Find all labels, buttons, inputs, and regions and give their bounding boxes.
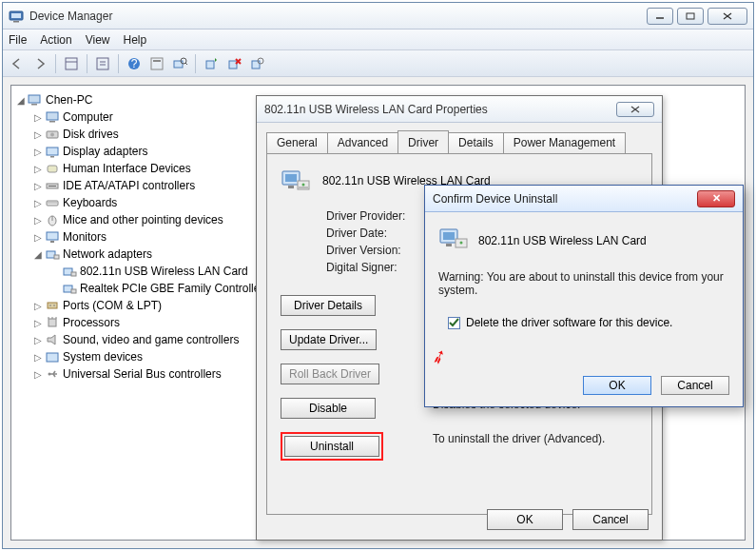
uninstall-button[interactable]: Uninstall (284, 436, 379, 457)
forward-button[interactable] (29, 53, 50, 74)
device-category-icon (45, 212, 60, 227)
collapse-icon[interactable]: ◢ (32, 249, 44, 260)
svg-rect-15 (153, 60, 161, 62)
svg-rect-40 (47, 232, 58, 240)
confirm-cancel-button[interactable]: Cancel (661, 376, 729, 395)
expand-icon[interactable]: ▷ (32, 352, 44, 363)
svg-rect-25 (29, 95, 40, 103)
label-driver-version: Driver Version: (326, 244, 431, 257)
device-category-icon (45, 127, 60, 142)
delete-driver-label: Delete the driver software for this devi… (466, 316, 672, 329)
menu-help[interactable]: Help (124, 33, 147, 47)
label-driver-provider: Driver Provider: (326, 209, 431, 223)
device-category-icon (45, 332, 60, 347)
update-driver-button[interactable] (201, 53, 222, 74)
tab-details[interactable]: Details (448, 132, 504, 153)
device-category-icon (45, 298, 60, 313)
expand-icon[interactable]: ▷ (32, 198, 44, 208)
menu-view[interactable]: View (86, 33, 110, 47)
toolbar-separator (55, 54, 56, 73)
svg-rect-26 (31, 104, 37, 106)
menu-action[interactable]: Action (40, 33, 71, 47)
maximize-button[interactable] (677, 8, 704, 25)
menu-file[interactable]: File (9, 33, 27, 47)
device-category-icon (45, 315, 60, 330)
tree-item-label: Processors (63, 316, 120, 329)
expand-icon[interactable]: ▷ (32, 335, 44, 345)
tab-power-management[interactable]: Power Management (503, 132, 626, 153)
tree-item-label: Ports (COM & LPT) (63, 299, 162, 312)
svg-rect-70 (446, 244, 452, 246)
svg-rect-32 (50, 156, 54, 158)
tree-item-label: Keyboards (63, 196, 117, 209)
svg-rect-31 (47, 148, 58, 155)
roll-back-driver-button[interactable]: Roll Back Driver (281, 364, 379, 384)
expand-icon[interactable]: ▷ (32, 369, 44, 380)
expand-icon[interactable]: ▷ (32, 181, 44, 191)
window-title: Device Manager (29, 10, 647, 23)
minimize-button[interactable] (647, 8, 673, 25)
tree-item-label: Sound, video and game controllers (63, 333, 239, 346)
expand-icon[interactable]: ▷ (32, 232, 44, 243)
titlebar: Device Manager (3, 3, 753, 30)
tab-driver[interactable]: Driver (397, 130, 449, 153)
toolbar-button[interactable] (146, 53, 167, 74)
device-manager-icon (9, 9, 24, 24)
expand-icon[interactable]: ▷ (32, 147, 44, 157)
show-hide-tree-button[interactable] (61, 53, 82, 74)
toolbar: ? (3, 50, 753, 77)
back-button[interactable] (7, 53, 28, 74)
svg-point-72 (460, 242, 463, 245)
close-button[interactable] (708, 8, 747, 25)
svg-rect-1 (11, 13, 21, 18)
properties-close-button[interactable] (616, 102, 654, 117)
confirm-warning: Warning: You are about to uninstall this… (438, 270, 729, 297)
help-button[interactable]: ? (124, 53, 145, 74)
svg-rect-7 (66, 58, 77, 69)
properties-footer: OK Cancel (487, 509, 649, 530)
svg-rect-14 (151, 58, 163, 69)
device-category-icon (45, 366, 60, 382)
svg-rect-55 (47, 353, 58, 362)
expand-icon[interactable]: ▷ (32, 318, 44, 328)
svg-rect-63 (285, 174, 297, 182)
uninstall-button-toolbar[interactable] (223, 53, 244, 74)
confirm-close-button[interactable]: ✕ (697, 190, 735, 207)
properties-cancel-button[interactable]: Cancel (572, 509, 649, 530)
svg-rect-43 (54, 255, 59, 259)
driver-details-button[interactable]: Driver Details (281, 295, 376, 316)
svg-rect-2 (13, 21, 19, 23)
device-category-icon (45, 349, 60, 364)
update-driver-button[interactable]: Update Driver... (281, 329, 377, 350)
confirm-device-name: 802.11n USB Wireless LAN Card (478, 234, 647, 247)
expand-icon[interactable]: ▷ (32, 215, 44, 226)
expand-icon[interactable]: ▷ (32, 129, 44, 140)
tab-advanced[interactable]: Advanced (327, 132, 398, 153)
tree-item-label: Universal Serial Bus controllers (63, 367, 222, 381)
svg-rect-19 (206, 61, 214, 69)
tab-general[interactable]: General (266, 132, 328, 153)
svg-rect-20 (229, 61, 237, 69)
svg-rect-69 (443, 232, 455, 240)
svg-rect-27 (47, 112, 58, 120)
collapse-icon[interactable]: ◢ (15, 95, 27, 106)
svg-point-50 (53, 305, 55, 306)
expand-icon[interactable]: ▷ (32, 112, 44, 123)
svg-rect-64 (288, 186, 294, 188)
expand-icon[interactable]: ▷ (32, 301, 44, 311)
delete-driver-checkbox[interactable] (448, 317, 460, 329)
svg-point-49 (49, 305, 51, 306)
toolbar-separator (195, 54, 196, 73)
properties-button[interactable] (92, 53, 113, 74)
device-category-icon (45, 144, 60, 159)
svg-rect-4 (687, 13, 694, 19)
scan-hardware-button[interactable] (169, 53, 190, 74)
disable-button[interactable]: Disable (281, 398, 376, 419)
confirm-ok-button[interactable]: OK (583, 376, 651, 395)
expand-icon[interactable]: ▷ (32, 164, 44, 174)
properties-ok-button[interactable]: OK (487, 509, 563, 530)
device-category-icon (45, 161, 60, 176)
delete-driver-checkbox-row[interactable]: Delete the driver software for this devi… (448, 316, 729, 329)
window-buttons (647, 8, 747, 25)
disable-button-toolbar[interactable] (246, 53, 267, 74)
